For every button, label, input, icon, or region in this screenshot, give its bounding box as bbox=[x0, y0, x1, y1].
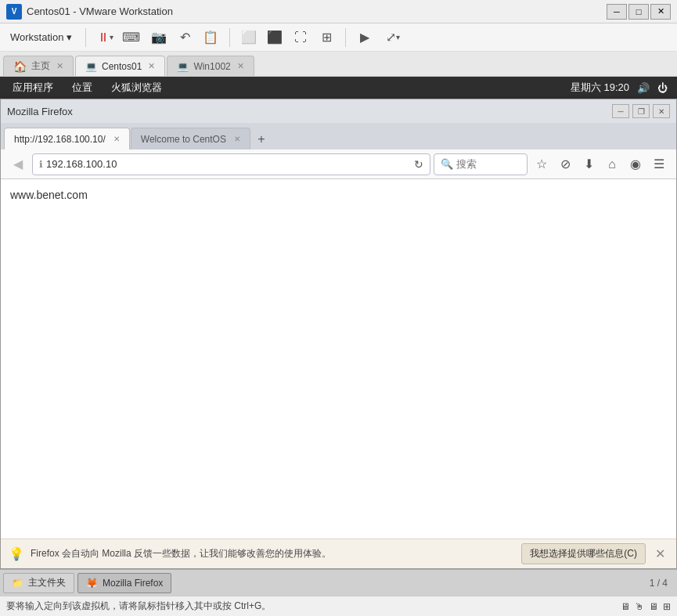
notification-choose-button[interactable]: 我想选择提供哪些信息(C) bbox=[521, 543, 646, 564]
firefox-address-input[interactable] bbox=[46, 158, 411, 170]
taskbar-firefox-label: Mozilla Firefox bbox=[103, 578, 163, 589]
snapshot-button[interactable]: 📷 bbox=[146, 26, 171, 49]
firefox-tab-2-close[interactable]: ✕ bbox=[234, 135, 240, 143]
toolbar-divider-2 bbox=[229, 28, 230, 47]
send-ctrl-alt-del-button[interactable]: ⌨ bbox=[118, 26, 143, 49]
hamburger-menu-icon: ☰ bbox=[654, 157, 664, 171]
vm-tab-win1002-close[interactable]: ✕ bbox=[237, 61, 244, 71]
firefox-tab-1[interactable]: http://192.168.100.10/ ✕ bbox=[4, 128, 130, 149]
view-fullscreen-button[interactable]: ⤢ ▾ bbox=[380, 26, 405, 49]
fit-window-button[interactable]: ⬛ bbox=[262, 26, 287, 49]
pause-dropdown-icon: ▾ bbox=[110, 33, 113, 41]
firefox-content-area: www.benet.com bbox=[1, 179, 676, 539]
gnome-taskbar: 📁 主文件夹 🦊 Mozilla Firefox 1 / 4 bbox=[0, 569, 677, 596]
gnome-bar-left: 应用程序 位置 火狐浏览器 bbox=[9, 79, 165, 96]
firefox-tab-2-label: Welcome to CentOS bbox=[141, 134, 226, 145]
vm-tab-win1002[interactable]: 💻 Win1002 ✕ bbox=[167, 56, 254, 76]
notification-lightbulb-icon: 💡 bbox=[9, 546, 24, 561]
gnome-desktop: Mozilla Firefox ─ ❐ ✕ http://192.168.100… bbox=[0, 99, 677, 569]
terminal-button[interactable]: ▶ bbox=[352, 26, 377, 49]
firefox-tab-1-label: http://192.168.100.10/ bbox=[14, 134, 106, 145]
gnome-top-bar: 应用程序 位置 火狐浏览器 星期六 19:20 🔊 ⏻ bbox=[0, 77, 677, 99]
firefox-home-button[interactable]: ⌂ bbox=[601, 153, 623, 175]
firefox-minimize-button[interactable]: ─ bbox=[612, 104, 629, 118]
workstation-dropdown-icon: ▾ bbox=[67, 31, 72, 43]
unity-button[interactable]: ⊞ bbox=[314, 26, 339, 49]
gnome-sound-icon[interactable]: 🔊 bbox=[637, 82, 650, 94]
firefox-address-bar-wrapper[interactable]: ℹ ↻ bbox=[32, 153, 430, 175]
vm-network-icon: 🖥 bbox=[649, 601, 658, 612]
ssl-indicator-icon: ℹ bbox=[39, 159, 43, 170]
vmware-status-bar: 要将输入定向到该虚拟机，请将鼠标指针移入其中或按 Ctrl+G。 🖥 🖱 🖥 ⊞ bbox=[0, 596, 677, 616]
gnome-power-icon[interactable]: ⏻ bbox=[657, 82, 668, 94]
firefox-bookmark-button[interactable]: ☆ bbox=[531, 153, 553, 175]
firefox-tab-1-close[interactable]: ✕ bbox=[113, 135, 120, 143]
notification-close-button[interactable]: ✕ bbox=[652, 546, 668, 561]
download-arrow-icon: ⬇ bbox=[584, 157, 594, 171]
vm-tab-centos01-label: Centos01 bbox=[102, 61, 142, 72]
firefox-restore-button[interactable]: ❐ bbox=[632, 104, 650, 118]
firefox-notification-bar: 💡 Firefox 会自动向 Mozilla 反馈一些数据，让我们能够改善您的使… bbox=[1, 539, 676, 568]
vmware-maximize-button[interactable]: □ bbox=[628, 4, 649, 20]
centos-icon: 💻 bbox=[85, 61, 97, 72]
vm-tab-centos01-close[interactable]: ✕ bbox=[148, 61, 155, 71]
vmware-logo-icon: V bbox=[6, 4, 22, 20]
search-icon: 🔍 bbox=[441, 158, 453, 170]
firefox-search-input[interactable] bbox=[456, 158, 519, 170]
gnome-places-menu[interactable]: 位置 bbox=[69, 79, 95, 96]
firefox-back-button[interactable]: ◀ bbox=[7, 153, 29, 175]
firefox-tab-2[interactable]: Welcome to CentOS ✕ bbox=[131, 128, 250, 149]
status-bar-text: 要将输入定向到该虚拟机，请将鼠标指针移入其中或按 Ctrl+G。 bbox=[6, 600, 271, 613]
taskbar-firefox-item[interactable]: 🦊 Mozilla Firefox bbox=[77, 573, 171, 593]
gnome-applications-menu[interactable]: 应用程序 bbox=[9, 79, 56, 96]
firefox-search-bar[interactable]: 🔍 bbox=[434, 153, 528, 175]
manage-snapshots-button[interactable]: 📋 bbox=[198, 26, 223, 49]
vm-tab-home-label: 主页 bbox=[31, 59, 50, 73]
revert-icon: ↶ bbox=[180, 30, 190, 45]
firefox-menu-button[interactable]: ☰ bbox=[648, 153, 670, 175]
firefox-close-button[interactable]: ✕ bbox=[653, 104, 670, 118]
firefox-window: Mozilla Firefox ─ ❐ ✕ http://192.168.100… bbox=[0, 99, 677, 569]
firefox-nav-icons: ☆ ⊘ ⬇ ⌂ ◉ bbox=[531, 153, 670, 175]
status-bar-right-icons: 🖥 🖱 🖥 ⊞ bbox=[621, 601, 671, 612]
manage-snapshots-icon: 📋 bbox=[203, 30, 218, 45]
vm-tab-centos01[interactable]: 💻 Centos01 ✕ bbox=[75, 56, 165, 76]
firefox-window-title: Mozilla Firefox bbox=[7, 106, 73, 117]
firefox-selfie-button[interactable]: ⊘ bbox=[554, 153, 576, 175]
bookmark-star-icon: ☆ bbox=[536, 157, 547, 171]
firefox-nav-bar: ◀ ℹ ↻ 🔍 ☆ bbox=[1, 149, 676, 179]
notification-text: Firefox 会自动向 Mozilla 反馈一些数据，让我们能够改善您的使用体… bbox=[31, 547, 515, 560]
revert-button[interactable]: ↶ bbox=[172, 26, 197, 49]
vm-usb-icon: ⊞ bbox=[663, 601, 671, 612]
firefox-reload-button[interactable]: ↻ bbox=[414, 158, 423, 171]
vmware-title-bar: V Centos01 - VMware Workstation ─ □ ✕ bbox=[0, 0, 677, 23]
taskbar-files-item[interactable]: 📁 主文件夹 bbox=[3, 573, 74, 593]
vmware-minimize-button[interactable]: ─ bbox=[607, 4, 627, 20]
firefox-pocket-button[interactable]: ◉ bbox=[625, 153, 646, 175]
full-screen-button[interactable]: ⛶ bbox=[288, 26, 313, 49]
vm-tab-win1002-label: Win1002 bbox=[193, 61, 230, 72]
vm-tab-home-close[interactable]: ✕ bbox=[56, 61, 63, 71]
taskbar-files-label: 主文件夹 bbox=[28, 576, 66, 589]
vm-tab-home[interactable]: 🏠 主页 ✕ bbox=[3, 56, 74, 76]
vm-mouse-icon: 🖱 bbox=[635, 601, 644, 612]
firefox-download-button[interactable]: ⬇ bbox=[578, 153, 600, 175]
workstation-menu[interactable]: Workstation ▾ bbox=[3, 27, 79, 47]
pause-button[interactable]: ⏸ ▾ bbox=[92, 26, 117, 49]
firefox-taskbar-icon: 🦊 bbox=[86, 578, 98, 589]
vmware-close-button[interactable]: ✕ bbox=[650, 4, 671, 20]
back-arrow-icon: ◀ bbox=[13, 157, 23, 171]
gnome-firefox-menu[interactable]: 火狐浏览器 bbox=[108, 79, 165, 96]
fit-vm-button[interactable]: ⬜ bbox=[236, 26, 261, 49]
win-icon: 💻 bbox=[177, 61, 189, 72]
expand-icon: ⤢ bbox=[386, 30, 396, 45]
vmware-vm-tabs: 🏠 主页 ✕ 💻 Centos01 ✕ 💻 Win1002 ✕ bbox=[0, 52, 677, 77]
home-icon: 🏠 bbox=[13, 60, 27, 73]
taskbar-page-indicator: 1 / 4 bbox=[643, 576, 674, 590]
selfie-icon: ⊘ bbox=[560, 157, 571, 171]
vmware-title-text: Centos01 - VMware Workstation bbox=[27, 5, 173, 17]
fullscreen-icon: ⛶ bbox=[294, 31, 307, 45]
files-icon: 📁 bbox=[12, 578, 23, 589]
terminal-icon: ▶ bbox=[360, 30, 369, 45]
firefox-new-tab-button[interactable]: + bbox=[251, 129, 272, 149]
